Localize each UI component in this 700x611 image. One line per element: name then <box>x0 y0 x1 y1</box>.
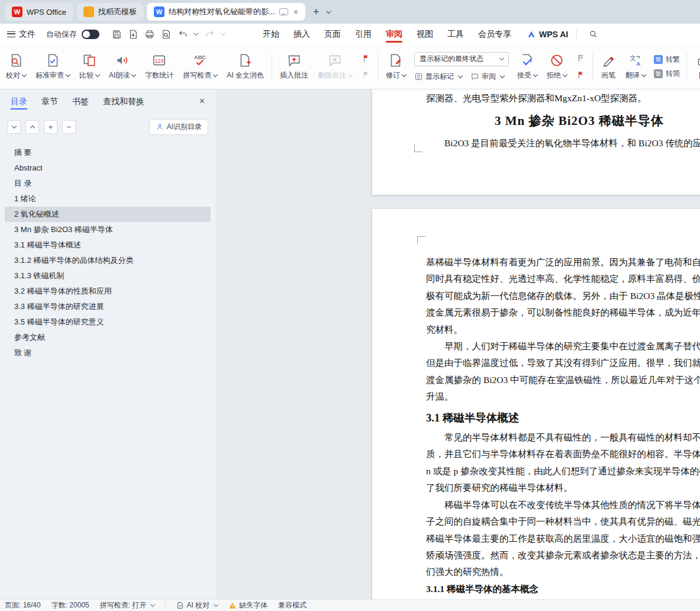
close-tab-icon[interactable]: × <box>293 7 298 17</box>
document-text-line[interactable]: 稀磁半导体可以在不改变传统半导体其他性质的情况下将半导体的电 <box>426 497 700 513</box>
toc-item[interactable]: 3 Mn 掺杂 Bi2O3 稀磁半导体 <box>5 222 211 237</box>
toc-item[interactable]: 3.1 稀磁半导体概述 <box>5 237 211 253</box>
previous-comment-flag-icon[interactable] <box>359 53 372 65</box>
toc-item[interactable]: 致 谢 <box>5 345 211 361</box>
toc-item[interactable]: 目 录 <box>5 176 211 191</box>
menu-tab-tools[interactable]: 工具 <box>440 24 471 44</box>
document-text-line[interactable]: 常见的半导体材料都是不具有磁性的，一般具有磁性的材料却不具有半 <box>426 429 700 446</box>
document-text-line[interactable]: 稀磁半导体最主要的工作是获取高的居里温度，大小适宜的磁饱和强度、剩 <box>426 530 700 547</box>
document-text-line[interactable]: 渡金属掺杂的 Bi2O3 中可能存在室温铁磁性，所以最近几年对于这个课题的 <box>426 372 700 388</box>
sidebar-tab-chapters[interactable]: 章节 <box>41 89 58 113</box>
section-heading-3-1-1[interactable]: 3.1.1 稀磁半导体的基本概念 <box>426 581 700 597</box>
expand-all-button[interactable] <box>7 120 21 134</box>
translate-button[interactable]: 文A 翻译 <box>621 47 650 86</box>
previous-change-flag-icon[interactable] <box>574 53 587 65</box>
menu-tab-insert[interactable]: 插入 <box>286 24 317 44</box>
menu-tab-home[interactable]: 开始 <box>256 24 286 44</box>
toc-item[interactable]: 3.5 稀磁半导体的研究意义 <box>5 314 211 330</box>
compare-button[interactable]: 比较 <box>75 47 104 86</box>
ai-proofread-status[interactable]: AI 校对 <box>176 600 218 610</box>
ai-read-button[interactable]: AI朗读 <box>104 47 140 86</box>
hamburger-menu-icon[interactable] <box>7 31 15 37</box>
menu-tab-view[interactable]: 视图 <box>409 24 440 44</box>
toc-item[interactable]: 3.1.2 稀磁半导体的晶体结构及分类 <box>5 253 211 268</box>
delete-comment-button[interactable]: 删除批注 <box>313 47 357 86</box>
save-icon[interactable] <box>109 27 124 41</box>
word-count-button[interactable]: 123 字数统计 <box>140 47 178 86</box>
word-count-indicator[interactable]: 字数: 20005 <box>51 600 89 610</box>
simplified-to-traditional-button[interactable]: 简 转繁 <box>654 54 680 65</box>
page-indicator[interactable]: 页面: 16/40 <box>5 600 41 610</box>
tab-list-chevron-icon[interactable] <box>325 8 330 13</box>
document-text-line[interactable]: 矫顽场强强度。然而，改变其掺杂元素或者掺杂状态是主要的方法，近年来 <box>426 547 700 564</box>
compatibility-mode-indicator[interactable]: 兼容模式 <box>278 600 307 610</box>
redo-chevron-icon[interactable] <box>221 31 225 36</box>
ink-pen-button[interactable]: 画笔 <box>596 47 621 86</box>
tab-docer-templates[interactable]: 找稻壳模板 <box>76 3 144 21</box>
next-change-flag-icon[interactable] <box>574 69 587 81</box>
sidebar-tab-contents[interactable]: 目录 <box>11 89 27 113</box>
comment-bubble-icon[interactable] <box>279 8 288 15</box>
autosave-toggle[interactable] <box>82 30 99 39</box>
document-text-line[interactable]: 但是由于临界温度过低，导致了其没有得到广泛应用。很早，我们就有理论 <box>426 355 700 371</box>
missing-font-warning[interactable]: 缺失字体 <box>228 600 267 610</box>
document-text-line[interactable]: 升温。 <box>426 388 700 405</box>
section-heading-3-1[interactable]: 3.1 稀磁半导体概述 <box>426 406 700 429</box>
proofread-button[interactable]: 校对 <box>1 47 31 86</box>
spell-check-status[interactable]: 拼写检查: 打开 <box>100 600 155 610</box>
toc-item[interactable]: 摘 要 <box>5 145 211 160</box>
zoom-in-toc-button[interactable]: + <box>44 120 57 134</box>
toc-item[interactable]: 1 绪论 <box>5 191 211 207</box>
print-icon[interactable] <box>142 27 157 41</box>
document-page-previous[interactable]: 探测器、光电导型紫外探测器和MgxZn1-xO型探测器。 3 Mn 掺杂 Bi2… <box>372 89 700 195</box>
wps-ai-menu[interactable]: WPS AI <box>527 30 568 39</box>
toc-item[interactable]: 3.3 稀磁半导体的研究进展 <box>5 299 211 314</box>
show-markup-button[interactable]: 显示标记 <box>414 72 462 82</box>
next-comment-flag-icon[interactable] <box>359 69 372 81</box>
spell-check-button[interactable]: ABC 拼写检查 <box>178 47 222 86</box>
track-changes-button[interactable]: 修订 <box>381 47 411 86</box>
document-text-line[interactable]: 了我们所要研究的稀磁半导体材料。 <box>426 480 700 496</box>
menu-tab-member[interactable]: 会员专享 <box>471 24 518 44</box>
document-text-line[interactable]: 探测器、光电导型紫外探测器和MgxZn1-xO型探测器。 <box>372 89 700 106</box>
undo-icon[interactable] <box>175 27 191 41</box>
document-canvas[interactable]: 探测器、光电导型紫外探测器和MgxZn1-xO型探测器。 3 Mn 掺杂 Bi2… <box>215 89 700 599</box>
document-text-line[interactable]: 稀释磁性半导体在过去的 20 年来一直是十分活跃的研究对象，主要原 <box>426 597 700 599</box>
document-text-line[interactable]: 早期，人们对于稀磁半导体的研究主要集中在过渡金属离子替代阳离子的 <box>426 338 700 355</box>
reject-change-button[interactable]: 拒绝 <box>542 47 572 86</box>
sidebar-tab-find-replace[interactable]: 查找和替换 <box>103 89 144 113</box>
print-preview-icon[interactable] <box>159 27 174 41</box>
new-tab-button[interactable]: + <box>308 6 324 18</box>
menu-tab-review[interactable]: 审阅 <box>379 24 409 44</box>
ai-polish-button[interactable]: AI 全文润色 <box>222 47 269 86</box>
tab-wps-home[interactable]: W WPS Office <box>5 3 73 21</box>
toc-item[interactable]: 3.2 稀磁半导体的性质和应用 <box>5 284 211 299</box>
chapter-heading[interactable]: 3 Mn 掺杂 Bi2O3 稀磁半导体 <box>372 112 700 129</box>
zoom-out-toc-button[interactable]: − <box>62 120 76 134</box>
export-pdf-icon[interactable] <box>125 27 141 41</box>
accept-change-button[interactable]: 接受 <box>512 47 542 86</box>
toc-item-selected[interactable]: 2 氧化铋概述 <box>5 207 211 222</box>
ai-recognize-toc-button[interactable]: AI识别目录 <box>149 119 208 135</box>
file-menu[interactable]: 文件 <box>19 29 36 40</box>
document-text-line[interactable]: 渡金属元素很易于掺杂，可以制备性能良好的稀磁半导体，成为近年来发展 <box>426 304 700 321</box>
document-text-line[interactable]: 基稀磁半导体材料有着更为广泛的应用前景。因为其兼备了电荷和自旋两个 <box>426 254 700 271</box>
document-text-line[interactable]: 质，并且它们与半导体材料存在着表面势垒不能很好的相容。半导体可以通 <box>426 446 700 462</box>
standard-review-button[interactable]: 标准审查 <box>31 47 75 86</box>
traditional-to-simplified-button[interactable]: 繁 转简 <box>654 69 680 79</box>
menu-tab-page[interactable]: 页面 <box>317 24 348 44</box>
sidebar-tab-bookmarks[interactable]: 书签 <box>72 89 89 113</box>
undo-chevron-icon[interactable] <box>193 31 198 36</box>
review-pane-button[interactable]: 审阅 <box>470 72 504 82</box>
document-text-line[interactable]: 极有可能成为新一代信息储存的载体。另外，由于 Bi2O3 晶体是极性生长的 <box>426 288 700 304</box>
document-text-line[interactable]: 们强大的研究热情。 <box>426 564 700 580</box>
menu-tab-reference[interactable]: 引用 <box>348 24 379 44</box>
document-text-line[interactable]: 同时具有稳定性好、光透过率高、化学性能稳定，原料丰富易得、价格低廉 <box>426 271 700 287</box>
toc-item[interactable]: Abstract <box>5 160 211 176</box>
document-text-line[interactable]: 子之间的自旋耦合集中于同一种材料当中，使其具有优异的磁、磁光、磁电 <box>426 513 700 530</box>
close-sidebar-icon[interactable]: × <box>199 96 205 107</box>
document-text-line[interactable]: 究材料。 <box>426 321 700 338</box>
redo-icon[interactable] <box>202 27 218 41</box>
insert-comment-button[interactable]: 插入批注 <box>275 47 313 86</box>
tab-document[interactable]: W 结构对称性对氧化铋能带的影... × <box>147 3 305 21</box>
